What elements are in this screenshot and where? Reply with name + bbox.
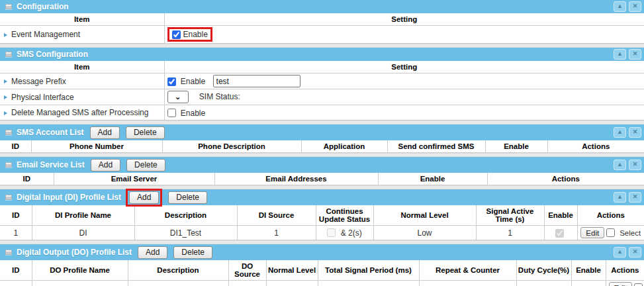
delete-managed-sms-enable-checkbox[interactable] xyxy=(167,109,176,117)
column-header-normal-level: Normal Level xyxy=(266,260,318,281)
column-header-setting: Setting xyxy=(164,13,644,26)
window-icon xyxy=(5,195,12,200)
collapse-section-button[interactable]: ▲ xyxy=(614,247,626,258)
chevron-down-icon: ⌄ xyxy=(175,93,181,101)
sms-account-add-button[interactable]: Add xyxy=(90,126,120,139)
physical-interface-label: Physical Interface xyxy=(11,93,74,102)
sms-configuration-table: Item Setting Message Prefix Enable Physi… xyxy=(0,61,644,120)
message-prefix-enable-checkbox[interactable] xyxy=(167,77,176,86)
close-icon: ✕ xyxy=(629,49,641,58)
delete-managed-sms-row: Delete Managed SMS after Processing Enab… xyxy=(0,105,644,120)
sms-configuration-section-header: SMS Configuration ▲ ✕ xyxy=(0,48,644,61)
di-name-cell: DI xyxy=(32,226,134,240)
message-prefix-row: Message Prefix Enable xyxy=(0,73,644,89)
di-enable-cell xyxy=(544,226,577,240)
collapse-arrow-icon: ▲ xyxy=(614,192,625,201)
close-section-button[interactable]: ✕ xyxy=(629,1,641,12)
do-name-cell: FAN xyxy=(32,281,128,286)
column-header-email-server: Email Server xyxy=(54,173,214,185)
collapse-section-button[interactable]: ▲ xyxy=(614,49,626,60)
section-controls: ▲ ✕ xyxy=(614,1,641,12)
close-section-button[interactable]: ✕ xyxy=(629,192,641,203)
event-management-row: Event Management Enable xyxy=(0,26,644,44)
sim-status-label: SIM Status: xyxy=(199,92,240,101)
do-profile-add-button[interactable]: Add xyxy=(138,246,167,259)
do-edit-button[interactable]: Edit xyxy=(609,282,633,286)
red-highlight-box: Add xyxy=(126,189,162,207)
sms-account-delete-button[interactable]: Delete xyxy=(126,126,165,139)
column-header-di-profile-name: DI Profile Name xyxy=(32,205,134,226)
column-header-actions: Actions xyxy=(487,173,644,185)
di-normal-level-cell: Low xyxy=(373,226,476,240)
continues-update-checkbox xyxy=(327,228,336,237)
section-controls: ▲ ✕ xyxy=(614,127,641,138)
close-icon: ✕ xyxy=(629,1,641,11)
sms-account-table: ID Phone Number Phone Description Applic… xyxy=(0,140,644,153)
do-profile-delete-button[interactable]: Delete xyxy=(173,246,212,259)
window-icon xyxy=(5,250,12,255)
column-header-enable: Enable xyxy=(485,140,547,153)
event-management-enable-checkbox[interactable] xyxy=(172,30,181,39)
email-service-delete-button[interactable]: Delete xyxy=(126,159,165,171)
do-duty-cycle-cell: 100 xyxy=(516,281,571,286)
collapse-arrow-icon: ▲ xyxy=(614,49,625,58)
collapse-section-button[interactable]: ▲ xyxy=(614,160,626,170)
collapse-arrow-icon: ▲ xyxy=(614,160,625,169)
column-header-actions: Actions xyxy=(577,205,644,226)
column-header-do-profile-name: DO Profile Name xyxy=(32,260,128,281)
do-select-checkbox[interactable] xyxy=(634,283,643,286)
column-header-id: ID xyxy=(0,140,31,153)
di-select-checkbox[interactable] xyxy=(606,228,615,237)
di-id-cell: 1 xyxy=(0,226,32,240)
di-profile-table: ID DI Profile Name Description DI Source… xyxy=(0,205,644,240)
event-management-label: Event Management xyxy=(11,30,80,39)
email-service-list-section-title: Email Service List xyxy=(17,160,85,169)
message-prefix-input[interactable] xyxy=(213,75,300,87)
column-header-total-signal-period: Total Signal Period (ms) xyxy=(318,260,419,281)
collapse-section-button[interactable]: ▲ xyxy=(614,127,626,138)
column-header-repeat-counter: Repeat & Counter xyxy=(419,260,516,281)
di-edit-button[interactable]: Edit xyxy=(580,227,604,238)
do-id-cell: 1 xyxy=(0,281,32,286)
column-header-send-confirmed-sms: Send confirmed SMS xyxy=(387,140,485,153)
do-profile-row: 1 FAN FANONOFF 1 Low 10000 & 0 100 Edit xyxy=(0,281,644,286)
close-icon: ✕ xyxy=(629,192,641,201)
close-section-button[interactable]: ✕ xyxy=(629,160,641,170)
column-header-setting: Setting xyxy=(164,61,644,73)
column-header-description: Description xyxy=(134,205,237,226)
do-source-cell: 1 xyxy=(228,281,266,286)
column-header-phone-description: Phone Description xyxy=(162,140,301,153)
column-header-id: ID xyxy=(0,173,54,185)
sms-configuration-section-title: SMS Configuration xyxy=(17,50,88,59)
email-service-table: ID Email Server Email Addresses Enable A… xyxy=(0,173,644,185)
physical-interface-row: Physical Interface ⌄ SIM Status: xyxy=(0,89,644,105)
di-profile-add-button[interactable]: Add xyxy=(129,191,159,204)
collapse-section-button[interactable]: ▲ xyxy=(614,192,626,203)
physical-interface-select[interactable]: ⌄ xyxy=(167,91,189,103)
column-header-continues-update-status: Continues Update Status xyxy=(316,205,373,226)
column-header-normal-level: Normal Level xyxy=(373,205,476,226)
column-header-id: ID xyxy=(0,205,32,226)
column-header-id: ID xyxy=(0,260,32,281)
configuration-table: Item Setting Event Management Enable xyxy=(0,13,644,44)
di-profile-delete-button[interactable]: Delete xyxy=(168,191,207,204)
continues-update-text: & 2(s) xyxy=(341,228,362,238)
column-header-signal-active-time: Signal Active Time (s) xyxy=(476,205,544,226)
do-profile-list-section-title: Digital Output (DO) Profile List xyxy=(17,248,132,257)
close-section-button[interactable]: ✕ xyxy=(629,247,641,258)
collapse-arrow-icon: ▲ xyxy=(614,247,625,256)
enable-checkbox-label: Enable xyxy=(181,108,205,117)
collapse-section-button[interactable]: ▲ xyxy=(614,1,626,12)
sms-account-list-section: SMS Account List Add Delete ▲ ✕ ID Phone… xyxy=(0,124,644,153)
window-icon xyxy=(5,162,12,167)
column-header-item: Item xyxy=(0,61,164,73)
di-continues-update-cell: & 2(s) xyxy=(316,226,373,240)
di-profile-list-section-title: Digital Input (DI) Profile List xyxy=(17,193,121,202)
window-icon xyxy=(5,52,12,57)
collapse-arrow-icon: ▲ xyxy=(614,1,625,11)
email-service-add-button[interactable]: Add xyxy=(91,159,120,171)
event-handling-config-page: Configuration ▲ ✕ Item Setting Event Man… xyxy=(0,0,644,286)
close-section-button[interactable]: ✕ xyxy=(629,49,641,60)
column-header-actions: Actions xyxy=(547,140,644,153)
close-section-button[interactable]: ✕ xyxy=(629,127,641,138)
